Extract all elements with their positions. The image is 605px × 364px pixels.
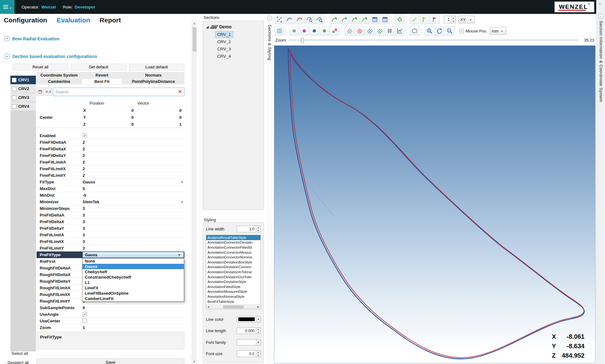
property-row-UseCenter[interactable]: UseCenter	[37, 318, 184, 324]
font-family-select[interactable]: ▼	[237, 339, 261, 345]
property-row-MinimizerSteps[interactable]: MinimizerSteps3	[37, 205, 184, 212]
refresh-icon[interactable]	[435, 26, 444, 36]
background-fill-icon[interactable]	[275, 26, 284, 36]
property-value[interactable]: 3	[82, 212, 184, 218]
style-item[interactable]: AnnotationConnectorNomina	[206, 255, 260, 260]
tab-report[interactable]: Report	[100, 16, 121, 24]
dropdown-item-LineFit[interactable]: LineFit	[83, 285, 184, 291]
scroll-right-icon[interactable]: ▶	[256, 306, 260, 308]
crv-item-CRV3[interactable]: CRV3	[10, 93, 36, 102]
tree-root-demo[interactable]: ◢ Demo	[203, 21, 264, 31]
expand-panel-button[interactable]: ‹	[598, 14, 603, 19]
vector-value[interactable]: 0	[134, 115, 184, 120]
point-gray-icon[interactable]	[289, 26, 299, 36]
property-row-MinDist[interactable]: MinDist-5	[37, 192, 184, 199]
property-row-UseAngle[interactable]: UseAngle✓	[37, 311, 184, 318]
property-value[interactable]: 3	[82, 232, 184, 238]
crv-item-CRV2[interactable]: CRV2	[10, 84, 36, 93]
property-value[interactable]: 2	[82, 146, 184, 152]
dropdown-item-ConstrainedChebycheff[interactable]: ConstrainedChebycheff	[83, 274, 184, 280]
vector-value[interactable]: 0	[134, 108, 184, 113]
checkbox[interactable]: ✓	[83, 312, 87, 316]
style-item[interactable]: AnnotationDeviationBoxStyle	[206, 260, 260, 265]
section-view-canvas[interactable]: X-8.061 Y-8.634 Z484.952	[274, 45, 596, 363]
collapse-chevrons-icon[interactable]: «	[599, 2, 601, 6]
property-value[interactable]: -5	[82, 192, 184, 198]
camber-curve-both-icon[interactable]	[350, 15, 359, 24]
scroll-down-icon[interactable]: ▼	[192, 359, 197, 364]
property-row-PreFitLimitY[interactable]: PreFitLimitY3	[37, 245, 184, 251]
tab-configuration[interactable]: Configuration	[4, 16, 47, 24]
property-value[interactable]: 3	[82, 225, 184, 231]
mouse-pos-checkbox[interactable]: ✓	[459, 29, 464, 33]
hatch-green-icon[interactable]	[375, 26, 384, 36]
property-value[interactable]: ✓	[82, 311, 184, 317]
crv-checkbox[interactable]	[12, 87, 16, 91]
property-row-FineFitLimitA[interactable]: FineFitLimitA2	[37, 159, 184, 165]
scroll-up-icon[interactable]: ▲	[192, 21, 197, 26]
prefittype-combo[interactable]: Gauss▾	[83, 252, 184, 258]
spline-red-icon[interactable]	[295, 15, 304, 24]
property-row-SubSamplePoints[interactable]: SubSamplePoints0	[37, 304, 184, 311]
flag-yellow-icon[interactable]	[420, 15, 429, 24]
spin-up-icon[interactable]: ▲	[451, 16, 456, 20]
checkbox[interactable]	[83, 319, 87, 323]
property-row-Enabled[interactable]: Enabled✓	[37, 132, 184, 139]
spline-zoom-icon[interactable]	[305, 15, 314, 24]
save-button[interactable]: Save	[37, 358, 184, 364]
spin-down-icon[interactable]: ▼	[256, 229, 260, 232]
style-item[interactable]: AnnotationFittedStyle	[206, 284, 260, 289]
style-item[interactable]: BestFitTableStyle	[206, 299, 260, 304]
styles-hscrollbar[interactable]: ◀ ▶	[206, 304, 260, 309]
clear-search-icon[interactable]: ✕	[178, 89, 182, 95]
property-row-FitType[interactable]: FitTypeGauss▾	[37, 179, 184, 185]
polygon-icon[interactable]	[410, 26, 419, 36]
property-row-MaxDist[interactable]: MaxDist5	[37, 185, 184, 192]
dropdown-item-LineFitBasedOnSpline[interactable]: LineFitBasedOnSpline	[83, 291, 184, 296]
property-row-FineFitLimitX[interactable]: FineFitLimitX2	[37, 165, 184, 172]
property-value[interactable]: 3	[82, 238, 184, 245]
chart-icon[interactable]	[395, 26, 404, 36]
property-row-FineFitDeltaY[interactable]: FineFitDeltaY2	[37, 152, 184, 159]
search-input[interactable]	[55, 90, 178, 94]
property-row-FineFitDeltaX[interactable]: FineFitDeltaX2	[37, 146, 184, 152]
point-magenta-icon[interactable]	[300, 26, 309, 36]
crv-checkbox[interactable]	[12, 104, 16, 109]
dropdown-item-CamberLineFit[interactable]: CamberLineFit	[83, 296, 184, 301]
hatch-blue-icon[interactable]	[365, 26, 374, 36]
app-menu-button[interactable]: ▾	[0, 0, 15, 14]
property-value[interactable]: 1	[82, 324, 184, 331]
property-value[interactable]: ✓	[82, 132, 184, 139]
section-item-CRV_2[interactable]: CRV_2	[215, 38, 233, 45]
crv-item-CRV4[interactable]: CRV4	[10, 102, 36, 111]
property-value[interactable]: Gauss▾	[82, 251, 184, 258]
style-item[interactable]: AnnotationConnectorDeviatio	[206, 240, 260, 245]
tolerance-diamond-icon[interactable]	[395, 15, 404, 24]
spin-down-icon[interactable]: ▼	[451, 20, 456, 23]
spline-blue-icon[interactable]	[285, 15, 294, 24]
tree-expander-icon[interactable]: ◢	[206, 25, 209, 29]
property-row-FineFitDeltaA[interactable]: FineFitDeltaA2	[37, 139, 184, 146]
transform-points-icon[interactable]	[275, 15, 284, 24]
dropdown-arrow-icon[interactable]: ▾	[178, 253, 182, 257]
zoom-in-icon[interactable]	[425, 26, 434, 36]
layer-spinner[interactable]: 1 ▲▼	[444, 16, 456, 23]
property-row-Minimizer[interactable]: MinimizerSteinTek▾	[37, 199, 184, 205]
camber-curve-end-icon[interactable]	[340, 15, 349, 24]
spin-up-icon[interactable]: ▲	[256, 226, 260, 229]
property-value[interactable]: 2	[82, 152, 184, 159]
style-item[interactable]: AnalysisResultTableStyle	[206, 235, 260, 240]
coordinate-system-value[interactable]: Camberline	[37, 78, 82, 84]
style-item[interactable]: AnnotationDeviationInTolerar	[206, 269, 260, 274]
tab-evaluation[interactable]: Evaluation	[57, 16, 90, 24]
section-item-CRV_3[interactable]: CRV_3	[215, 46, 233, 52]
property-value[interactable]: 3	[82, 218, 184, 225]
position-value[interactable]: 0	[93, 115, 134, 120]
font-size-spinner[interactable]: 0.0 ▲▼	[237, 350, 261, 357]
spline-zoom-2-icon[interactable]	[315, 15, 324, 24]
left-panel-scrollbar[interactable]: ▲ ▼	[192, 21, 197, 364]
dropdown-item-Gauss[interactable]: Gauss	[83, 264, 184, 269]
style-item[interactable]: AnnotationMeasuredStyle	[206, 289, 260, 294]
camber-curve-fit-icon[interactable]	[360, 15, 369, 24]
line-width-spinner[interactable]: 1.0 ▲▼	[237, 226, 261, 232]
